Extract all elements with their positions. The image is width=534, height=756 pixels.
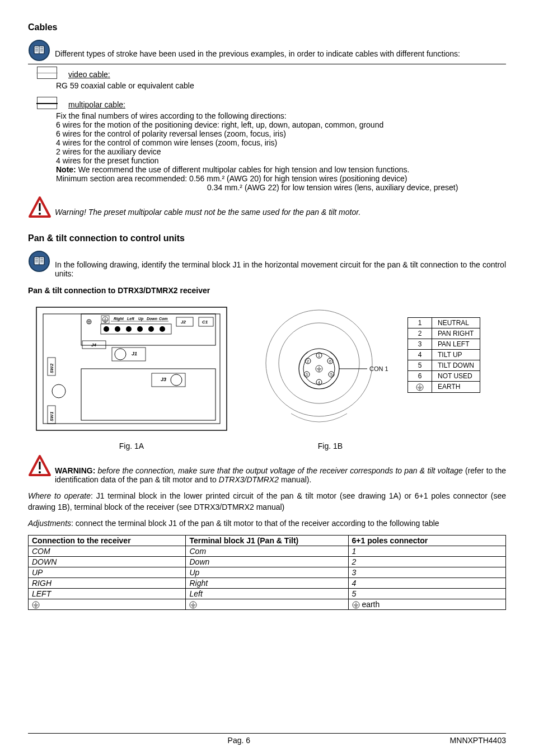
- footer-page: Pag. 6: [228, 736, 250, 745]
- svg-point-25: [137, 326, 143, 332]
- table-cell: [29, 599, 186, 609]
- diagram-fig-1b: 1 2 3 6 5 4 CON 1: [257, 302, 403, 436]
- th: Terminal block J1 (Pan & Tilt): [186, 535, 348, 546]
- legend-num: 5: [408, 360, 432, 371]
- warning2-text: WARNING: before the connection, make sur…: [55, 454, 506, 484]
- svg-text:J1: J1: [132, 351, 137, 356]
- table-cell: COM: [29, 546, 186, 556]
- svg-text:C1: C1: [202, 320, 208, 325]
- svg-text:3: 3: [306, 373, 308, 377]
- table-cell: UP: [29, 567, 186, 577]
- legend-num: 1: [408, 318, 432, 328]
- svg-text:J2: J2: [181, 320, 186, 325]
- warning-icon: [28, 195, 51, 219]
- fig-1a-caption: Fig. 1A: [119, 442, 144, 450]
- diagram-fig-1a: Right Left Up Down Com J2 C1: [31, 302, 232, 436]
- table-row: LEFTLeft5: [29, 588, 506, 599]
- svg-point-5: [39, 213, 41, 215]
- footer-code: MNNXPTH4403: [450, 736, 506, 745]
- adjust-text: : connect the terminal block J1 of the p…: [71, 519, 439, 528]
- svg-text:6: 6: [329, 359, 331, 363]
- table-cell: Down: [186, 556, 348, 567]
- stroke-sample-video: [37, 67, 57, 79]
- multi-line: Fix the final numbers of wires according…: [56, 111, 506, 120]
- warning2-manual: DTRX3/DTMRX2: [219, 475, 279, 484]
- svg-text:SW2: SW2: [49, 363, 54, 373]
- warning2-italic: before the connection, make sure that th…: [95, 466, 462, 475]
- footer-divider: [28, 733, 506, 734]
- where-text: : J1 terminal block in the lower printed…: [28, 491, 506, 511]
- table-cell: Com: [186, 546, 348, 556]
- svg-point-37: [171, 374, 182, 386]
- where-operate: Where to operate: J1 terminal block in t…: [28, 491, 506, 513]
- legend-label: PAN LEFT: [432, 339, 480, 350]
- warning2-end: manual).: [279, 475, 311, 484]
- legend-label: EARTH: [432, 382, 480, 393]
- legend-row: 6NOT USED: [408, 371, 480, 382]
- multi-line: 4 wires for the control of common wire l…: [56, 138, 506, 147]
- legend-row: 4TILT UP: [408, 350, 480, 360]
- legend-label: TILT DOWN: [432, 360, 480, 371]
- heading-pantilt-sub: Pan & tilt connection to DTRX3/DTMRX2 re…: [28, 286, 506, 295]
- legend-row: EARTH: [408, 382, 480, 393]
- legend-num: 4: [408, 350, 432, 360]
- svg-point-27: [160, 326, 165, 332]
- earth-icon: [408, 382, 432, 393]
- svg-text:Up: Up: [138, 317, 144, 321]
- stroke-sample-multipolar: [37, 97, 57, 109]
- legend-num: 6: [408, 371, 432, 382]
- svg-text:4: 4: [318, 381, 320, 384]
- svg-text:Com: Com: [159, 317, 168, 321]
- table-cell: earth: [348, 599, 506, 609]
- legend-table: 1NEUTRAL2PAN RIGHT3PAN LEFT4TILT UP5TILT…: [407, 317, 480, 393]
- pantilt-intro: In the following drawing, identify the t…: [55, 250, 506, 278]
- adjustments: Adjustments: connect the terminal block …: [28, 518, 506, 529]
- th: Connection to the receiver: [29, 535, 186, 546]
- svg-text:1: 1: [318, 354, 320, 358]
- svg-text:Down: Down: [147, 317, 157, 321]
- table-cell: 4: [348, 577, 506, 588]
- legend-row: 1NEUTRAL: [408, 318, 480, 328]
- table-cell: 5: [348, 588, 506, 599]
- fig-1b-caption: Fig. 1B: [318, 442, 343, 450]
- legend-num: 3: [408, 339, 432, 350]
- table-row: COMCom1: [29, 546, 506, 556]
- adjust-prefix: Adjustments: [28, 519, 71, 528]
- svg-text:J4: J4: [91, 342, 96, 348]
- multi-line: 2 wires for the auxiliary device: [56, 147, 506, 156]
- note-text: We recommend the use of different multip…: [76, 165, 410, 174]
- table-cell: [186, 599, 348, 609]
- multipolar-cable-label: multipolar cable:: [68, 100, 506, 109]
- video-cable-label: video cable:: [68, 70, 506, 79]
- multi-line: 4 wires for the preset function: [56, 156, 506, 165]
- warning-text: Warning! The preset multipolar cable mus…: [55, 208, 358, 217]
- svg-text:Right: Right: [114, 317, 124, 321]
- legend-label: NEUTRAL: [432, 318, 480, 328]
- where-prefix: Where to operate: [28, 491, 91, 500]
- table-cell: 2: [348, 556, 506, 567]
- svg-point-23: [115, 326, 120, 332]
- svg-point-26: [148, 326, 154, 332]
- svg-point-34: [115, 349, 126, 360]
- table-cell: RIGH: [29, 577, 186, 588]
- svg-text:2: 2: [307, 359, 309, 363]
- svg-point-22: [104, 326, 109, 332]
- legend-label: TILT UP: [432, 350, 480, 360]
- legend-label: PAN RIGHT: [432, 328, 480, 339]
- svg-text:CON 1: CON 1: [369, 365, 388, 372]
- svg-text:J3: J3: [161, 377, 166, 382]
- multi-line: 6 wires for the control of polarity reve…: [56, 129, 506, 138]
- note-prefix: Note:: [56, 165, 76, 174]
- heading-pantilt: Pan & tilt connection to control units: [28, 233, 506, 243]
- legend-row: 2PAN RIGHT: [408, 328, 480, 339]
- book-icon: [28, 39, 50, 62]
- heading-cables: Cables: [28, 22, 506, 32]
- svg-rect-40: [81, 369, 216, 420]
- cables-intro: Different types of stroke have been used…: [55, 49, 460, 58]
- warning-dot: .: [358, 208, 360, 217]
- warning2-prefix: WARNING:: [55, 466, 95, 475]
- table-row: earth: [29, 599, 506, 609]
- svg-text:5: 5: [330, 373, 332, 377]
- table-cell: 1: [348, 546, 506, 556]
- min-section-line: Minimum section area recommended: 0.56 m…: [56, 174, 506, 183]
